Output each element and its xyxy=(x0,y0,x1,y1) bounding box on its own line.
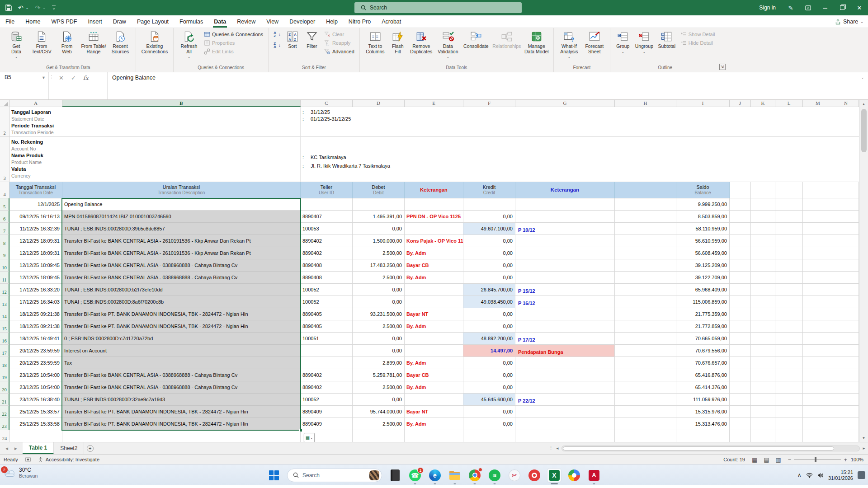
formula-input[interactable]: Opening Balance xyxy=(108,72,857,99)
cell-empty[interactable] xyxy=(803,247,833,259)
cell-date[interactable]: 25/12/25 15:33:57 xyxy=(9,406,62,418)
cell-date[interactable]: 18/12/25 09:21:38 xyxy=(9,320,62,333)
cell-empty[interactable] xyxy=(775,406,803,418)
cell-empty[interactable] xyxy=(353,430,405,442)
column-header-k[interactable]: K xyxy=(751,100,775,107)
cell-empty[interactable] xyxy=(751,406,775,418)
cell-empty[interactable] xyxy=(775,357,803,369)
cell-description[interactable]: TUNAI ; ESB:INDS:0002800D:8a6f70200c8b xyxy=(62,296,301,308)
manage-data-model-button[interactable]: Manage Data Model xyxy=(523,29,551,65)
cell-empty[interactable] xyxy=(803,357,833,369)
cell-description[interactable]: Transfer BI-Fast ke BANK CENTRAL ASIA - … xyxy=(62,259,301,272)
ribbon-tab-draw[interactable]: Draw xyxy=(108,15,132,28)
cell-empty[interactable] xyxy=(803,211,833,223)
remove-duplicates-button[interactable]: Remove Duplicates xyxy=(408,29,435,65)
cell-keterangan-kredit[interactable] xyxy=(515,369,615,381)
cell-empty[interactable] xyxy=(676,430,730,442)
cell-teller[interactable]: 100052 xyxy=(301,394,353,406)
cell-kredit[interactable]: 0,00 xyxy=(463,247,515,259)
cell-empty[interactable] xyxy=(751,381,775,394)
cell-debet[interactable]: 0,00 xyxy=(353,333,405,345)
cell-empty[interactable] xyxy=(803,320,833,333)
cell-debet[interactable]: 2.500,00 xyxy=(353,418,405,430)
notification-center-icon[interactable] xyxy=(858,471,865,479)
cell-empty[interactable] xyxy=(833,333,859,345)
cell-empty[interactable] xyxy=(615,320,676,333)
cell-empty[interactable] xyxy=(615,284,676,296)
cell-empty[interactable] xyxy=(833,418,859,430)
cell-empty[interactable] xyxy=(730,259,751,272)
cell-empty[interactable] xyxy=(803,418,833,430)
cell-date[interactable]: 17/12/25 16:34:03 xyxy=(9,296,62,308)
row-number[interactable]: 5 xyxy=(0,198,9,211)
row-number[interactable]: 22 xyxy=(0,406,9,418)
cell-empty[interactable] xyxy=(833,198,859,211)
ribbon-tab-insert[interactable]: Insert xyxy=(82,15,107,28)
cell-description[interactable]: Transfer BI-Fast ke BANK CENTRAL ASIA - … xyxy=(62,272,301,284)
customize-qat-icon[interactable]: ⌄ xyxy=(52,5,56,10)
cell-keterangan-kredit[interactable]: Pendapatan Bunga xyxy=(515,345,615,357)
cell-empty[interactable] xyxy=(730,406,751,418)
cell-empty[interactable] xyxy=(775,320,803,333)
cell-empty[interactable] xyxy=(730,418,751,430)
text-to-columns-button[interactable]: Text to Columns xyxy=(363,29,388,65)
show-detail-button[interactable]: Show Detail xyxy=(679,31,717,38)
cell-empty[interactable] xyxy=(730,272,751,284)
cell-saldo[interactable]: 70.679.556,00 xyxy=(676,345,730,357)
cell-keterangan-debet[interactable]: By. Adm xyxy=(405,272,463,284)
queries-connections-button[interactable]: Queries & Connections xyxy=(203,31,264,38)
cell-empty[interactable] xyxy=(615,223,676,235)
cell-keterangan-debet[interactable]: Bayar CB xyxy=(405,369,463,381)
column-header-m[interactable]: M xyxy=(803,100,833,107)
what-if-analysis-button[interactable]: ? What-If Analysis⌄ xyxy=(557,29,582,65)
cell-kredit[interactable]: 0,00 xyxy=(463,357,515,369)
cell-empty[interactable] xyxy=(615,381,676,394)
cell-kredit[interactable]: 0,00 xyxy=(463,381,515,394)
cell-empty[interactable] xyxy=(833,235,859,247)
vertical-scroll-thumb[interactable] xyxy=(861,109,867,152)
cell-teller[interactable]: 8890408 xyxy=(301,272,353,284)
edit-links-button[interactable]: Edit Links xyxy=(203,48,264,55)
undo-icon[interactable]: ↶ xyxy=(18,5,24,11)
cell-date[interactable]: 12/12/25 18:09:45 xyxy=(9,272,62,284)
column-header-i[interactable]: I xyxy=(676,100,730,107)
cell-saldo[interactable]: 65.968.409,00 xyxy=(676,284,730,296)
cell-keterangan-debet[interactable] xyxy=(405,394,463,406)
header-saldo[interactable]: SaldoBalance xyxy=(676,182,730,198)
sort-az-button[interactable]: AZ↓ xyxy=(272,31,282,38)
column-header-j[interactable]: J xyxy=(730,100,751,107)
cell-empty[interactable] xyxy=(730,430,751,442)
row-number[interactable]: 21 xyxy=(0,394,9,406)
sheet-tab-table-1[interactable]: Table 1 xyxy=(23,442,54,454)
cell-date[interactable]: 25/12/25 15:33:58 xyxy=(9,418,62,430)
cell-teller[interactable] xyxy=(301,198,353,211)
cell-saldo[interactable]: 15.313.476,00 xyxy=(676,418,730,430)
ribbon-tab-file[interactable]: File xyxy=(0,15,20,28)
redo-dropdown-icon[interactable]: ⌄ xyxy=(42,6,46,10)
weather-widget[interactable]: 2 30°C Berawan xyxy=(3,467,38,479)
page-break-view-icon[interactable]: ▥ xyxy=(773,456,784,463)
row-number[interactable]: 2 xyxy=(0,107,9,137)
cell-report-labels[interactable]: Tanggal Laporan Statement Date Periode T… xyxy=(9,107,301,137)
cell-keterangan-debet[interactable] xyxy=(405,345,463,357)
cell-saldo[interactable]: 111.059.976,00 xyxy=(676,394,730,406)
forecast-sheet-button[interactable]: Forecast Sheet xyxy=(582,29,607,65)
cell-debet[interactable]: 1.495.391,00 xyxy=(353,211,405,223)
row-number[interactable]: 13 xyxy=(0,296,9,308)
cell-empty[interactable] xyxy=(730,369,751,381)
cell-teller[interactable]: 8890408 xyxy=(301,259,353,272)
cell-teller[interactable]: 8890405 xyxy=(301,308,353,320)
cell-keterangan-kredit[interactable] xyxy=(515,211,615,223)
column-header-f[interactable]: F xyxy=(463,100,515,107)
cell-teller[interactable]: 8890402 xyxy=(301,381,353,394)
cell-empty[interactable] xyxy=(775,333,803,345)
cell-keterangan-debet[interactable] xyxy=(405,296,463,308)
ribbon-tab-developer[interactable]: Developer xyxy=(284,15,321,28)
cell-kredit[interactable]: 49.607.100,00 xyxy=(463,223,515,235)
cell-empty[interactable] xyxy=(751,198,775,211)
cell-empty[interactable] xyxy=(833,369,859,381)
cell-kredit[interactable]: 0,00 xyxy=(463,418,515,430)
cell-keterangan-kredit[interactable] xyxy=(515,198,615,211)
cell-empty[interactable] xyxy=(775,381,803,394)
cell-keterangan-debet[interactable]: By. Adm xyxy=(405,357,463,369)
